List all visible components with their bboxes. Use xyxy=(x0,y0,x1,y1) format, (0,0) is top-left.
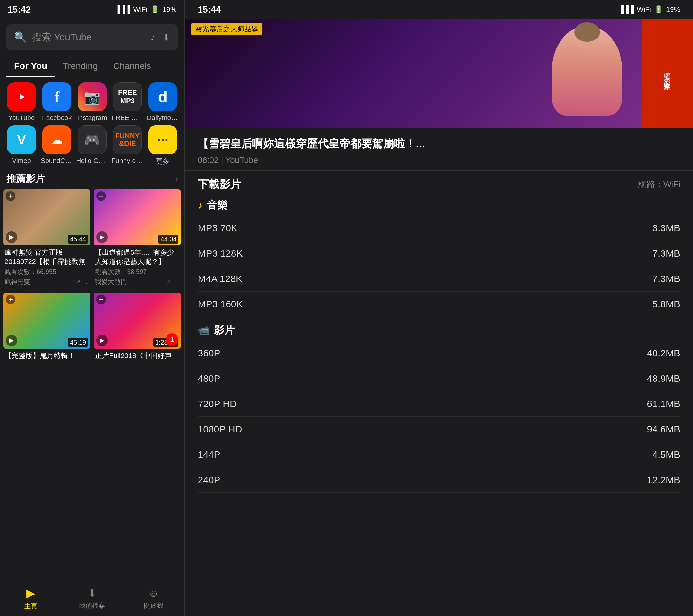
video-play-btn-1[interactable]: ▶ xyxy=(6,231,17,243)
platforms-grid: YouTube f Facebook 📷 Instagram FREEMP3 F… xyxy=(0,82,184,170)
platform-hellogame[interactable]: 🎮 Hello Gam... xyxy=(76,125,108,166)
right-signal-icon: ▐▐▐ xyxy=(618,5,634,14)
video-row-1: ＋ ▶ 45:44 瘋神無雙 官方正版 20180722【楊千霈挑戰無 觀看次數… xyxy=(3,189,181,287)
video-card-2[interactable]: ＋ ▶ 44:04 【出道都過5年......有多少人知道你是藝人呢？】 觀看次… xyxy=(94,189,181,287)
sign-text-1: 這些泳衣 xyxy=(663,67,672,72)
soundcloud-icon: ☁ xyxy=(42,125,71,154)
video-views-1: 觀看次數：66,955 xyxy=(4,267,89,276)
more-label: 更多 xyxy=(156,157,170,166)
recommended-header: 推薦影片 › xyxy=(0,170,184,189)
platform-soundcloud[interactable]: ☁ SoundCloud xyxy=(41,125,73,166)
preview-thumbnail xyxy=(185,19,693,128)
nav-home-icon: ▶ xyxy=(26,587,35,600)
facebook-icon: f xyxy=(42,82,71,111)
nav-home[interactable]: ▶ 主頁 xyxy=(0,581,61,616)
recommended-arrow[interactable]: › xyxy=(175,174,178,184)
tab-channels[interactable]: Channels xyxy=(105,55,159,77)
video-actions-1: ↗ ⋮ xyxy=(76,279,89,285)
video-add-btn-1[interactable]: ＋ xyxy=(6,191,15,201)
audio-format-mp3-128k[interactable]: MP3 128K 7.3MB xyxy=(198,241,680,266)
audio-format-mp3-70k[interactable]: MP3 70K 3.3MB xyxy=(198,216,680,241)
video-preview[interactable]: 雲光幕后之大师品鉴 這些泳衣 你敢穿嗎 xyxy=(185,19,693,128)
search-bar[interactable]: 🔍 搜索 YouTube ♪ ⬇ xyxy=(6,24,178,50)
left-status-bar: 15:42 ▐▐▐ WiFi 🔋 19% xyxy=(0,0,184,19)
nav-about[interactable]: ☺ 關於我 xyxy=(123,581,184,616)
video-meta-separator: | xyxy=(221,155,225,165)
video-play-btn-2[interactable]: ▶ xyxy=(96,231,108,243)
video-play-btn-3[interactable]: ▶ xyxy=(6,335,17,346)
right-status-bar: 15:44 ▐▐▐ WiFi 🔋 19% xyxy=(185,0,693,19)
tab-trending[interactable]: Trending xyxy=(55,55,105,77)
hellogame-icon: 🎮 xyxy=(78,125,106,154)
left-status-time: 15:42 xyxy=(8,4,31,15)
platform-funnyor[interactable]: FUNNY&DIE Funny or D... xyxy=(111,125,143,166)
nav-files-label: 我的檔案 xyxy=(79,601,105,610)
video-source: YouTube xyxy=(225,155,258,165)
video-actions-2: ↗ ⋮ xyxy=(166,279,180,285)
platform-freemp3[interactable]: FREEMP3 FREE MP3 xyxy=(111,82,143,122)
platform-dailymotion[interactable]: d Dailymotion xyxy=(146,82,179,122)
funnyor-label: Funny or D... xyxy=(111,157,143,164)
video-section-title: 影片 xyxy=(214,323,235,338)
video-title-4: 正片Full2018《中国好声 xyxy=(95,351,180,361)
video-duration-1: 45:44 xyxy=(68,235,88,243)
sign-text-2: 你敢穿嗎 xyxy=(663,75,672,81)
video-footer-2: 我愛大熱門 ↗ ⋮ xyxy=(95,278,180,286)
download-icon[interactable]: ⬇ xyxy=(163,32,170,43)
video-views-2: 觀看次數：38,597 xyxy=(95,267,180,276)
vimeo-label: Vimeo xyxy=(12,157,31,164)
share-icon-2[interactable]: ↗ xyxy=(166,279,171,285)
video-section-header: 📹 影片 xyxy=(198,323,680,338)
video-duration-2: 44:04 xyxy=(158,235,178,243)
more-icon: ··· xyxy=(148,125,177,154)
video-format-720p[interactable]: 720P HD 61.1MB xyxy=(198,392,680,417)
video-format-240p[interactable]: 240P 12.2MB xyxy=(198,468,680,493)
video-card-1[interactable]: ＋ ▶ 45:44 瘋神無雙 官方正版 20180722【楊千霈挑戰無 觀看次數… xyxy=(3,189,91,287)
download-title: 下載影片 xyxy=(198,177,241,192)
platform-more[interactable]: ··· 更多 xyxy=(146,125,179,166)
video-info-3: 【完整版】鬼月特輯！ xyxy=(3,349,91,363)
tab-for-you[interactable]: For You xyxy=(6,55,55,77)
music-search-icon[interactable]: ♪ xyxy=(151,32,155,43)
video-title-3: 【完整版】鬼月特輯！ xyxy=(4,351,89,361)
download-header: 下載影片 網路：WiFi xyxy=(198,177,680,192)
more-icon-1[interactable]: ⋮ xyxy=(84,279,89,285)
platform-youtube[interactable]: YouTube xyxy=(5,82,38,122)
video-format-144p[interactable]: 144P 4.5MB xyxy=(198,442,680,468)
youtube-icon xyxy=(7,82,36,111)
video-add-btn-2[interactable]: ＋ xyxy=(96,191,106,201)
svg-marker-0 xyxy=(20,94,25,100)
video-thumb-3: ＋ ▶ 45:19 xyxy=(3,293,91,349)
video-add-btn-4[interactable]: ＋ xyxy=(96,295,106,304)
video-format-360p[interactable]: 360P 40.2MB xyxy=(198,341,680,366)
video-card-4[interactable]: ＋ ▶ 1:28:56 1 正片Full2018《中国好声 xyxy=(94,293,181,363)
video-thumb-1: ＋ ▶ 45:44 xyxy=(3,189,91,245)
audio-format-m4a-128k[interactable]: M4A 128K 7.3MB xyxy=(198,266,680,292)
video-format-1080p[interactable]: 1080P HD 94.6MB xyxy=(198,417,680,442)
video-channel-1: 瘋神無雙 xyxy=(4,278,30,286)
nav-files-icon: ⬇ xyxy=(88,587,97,599)
soundcloud-label: SoundCloud xyxy=(41,157,73,164)
vimeo-icon: V xyxy=(7,125,36,154)
platform-vimeo[interactable]: V Vimeo xyxy=(5,125,38,166)
video-thumb-4: ＋ ▶ 1:28:56 1 xyxy=(94,293,181,349)
video-duration-meta: 08:02 xyxy=(198,155,218,165)
right-status-time: 15:44 xyxy=(198,4,221,15)
signal-icon: ▐▐▐ xyxy=(115,5,130,14)
search-placeholder: 搜索 YouTube xyxy=(32,31,151,44)
video-add-btn-3[interactable]: ＋ xyxy=(6,295,15,304)
video-format-480p[interactable]: 480P 48.9MB xyxy=(198,366,680,392)
youtube-label: YouTube xyxy=(8,114,35,122)
video-formats: 360P 40.2MB 480P 48.9MB 720P HD 61.1MB 1… xyxy=(198,341,680,493)
video-meta: 08:02 | YouTube xyxy=(198,155,680,165)
share-icon-1[interactable]: ↗ xyxy=(76,279,80,285)
more-icon-2[interactable]: ⋮ xyxy=(175,279,180,285)
hellogame-label: Hello Gam... xyxy=(76,157,108,164)
audio-format-mp3-160k[interactable]: MP3 160K 5.8MB xyxy=(198,292,680,317)
nav-files[interactable]: ⬇ 我的檔案 xyxy=(61,581,122,616)
platform-instagram[interactable]: 📷 Instagram xyxy=(76,82,108,122)
right-battery-icon: 🔋 xyxy=(654,5,663,14)
video-card-3[interactable]: ＋ ▶ 45:19 【完整版】鬼月特輯！ xyxy=(3,293,91,363)
freemp3-icon: FREEMP3 xyxy=(113,82,142,111)
platform-facebook[interactable]: f Facebook xyxy=(41,82,73,122)
